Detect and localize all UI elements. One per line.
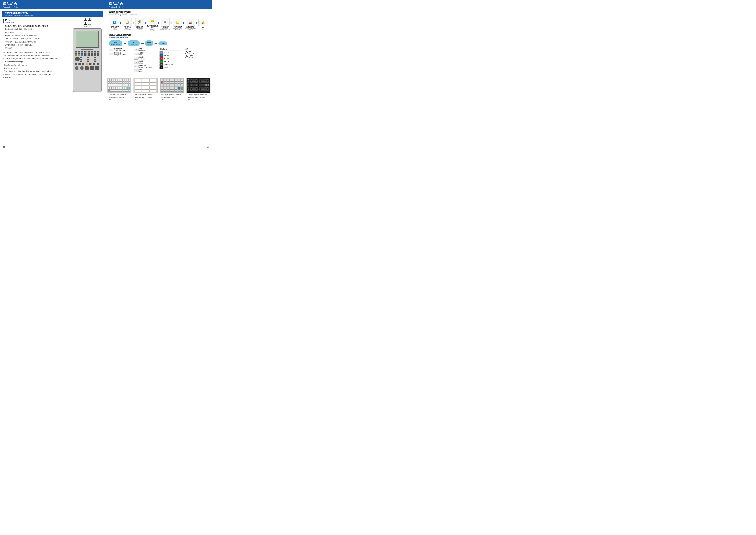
process-title-zh: 客製化開案流程說明	[109, 11, 209, 14]
section-bar-en: Customized CNC Machine Control Panel	[5, 14, 101, 16]
process-step: 🌿 提案及估價 Proposal andEstimate	[134, 18, 146, 30]
process-label-en: Proposal andEstimate	[137, 28, 143, 31]
color-badge: GN	[159, 60, 163, 63]
button-type-icon: 6	[109, 53, 113, 55]
button-type-item: 6 壓克力按鍵 Transparent Button	[109, 52, 133, 56]
feature-item-en: drilling machines, grinding machines, an…	[3, 54, 61, 57]
module-box-frame-zh: 框	[130, 41, 137, 44]
process-icon: 🌿	[135, 18, 145, 26]
process-step: 💰 報價 Quote	[197, 19, 209, 30]
feature-item-en: • Circuit integration optimization.	[3, 64, 61, 67]
process-icon: 💰	[198, 19, 207, 26]
color-label: 灰 Gray	[164, 52, 169, 53]
right-header: 產品組合 Product Portfolio	[106, 0, 212, 9]
module-columns: S 雷射雕刻按鍵 Lazard Engraving 6 壓克力按鍵 Transp…	[109, 48, 209, 73]
product-desc-line: ・雷射雕刻(Laser engraving)	[160, 96, 184, 99]
frame-type-label: 防觸框 Anti-touch	[139, 56, 146, 60]
feature-item-zh: ・符合人體工學設計，回饋感及按鍵行程可以客製	[3, 37, 61, 40]
frame-type-label: 標準 Standard	[139, 48, 145, 52]
cnc-screen	[76, 31, 99, 48]
bottom-product-desc: ・5代按鍵(5th generation buttons)・雷射雕刻(Laser…	[160, 94, 184, 101]
color-badge: DG	[159, 63, 163, 66]
frame-type-item: N 封蓋 Cover	[134, 69, 158, 72]
section-bar-zh: 客製化CNC機械操作面板	[5, 12, 101, 14]
feature-item-zh: ・適用數控、車床、銑床、磨床及加工機台專用CNC控制面板	[3, 25, 61, 28]
svg-rect-9	[88, 23, 89, 23]
feature-item-en: • Applicable on CNC machine tools like l…	[3, 51, 61, 54]
process-label-en: Design VerificationTest (DVT)	[173, 28, 182, 31]
feature-item-zh: ・防水防塵IP65以上（須配合客戶操作箱環境）	[3, 41, 61, 43]
process-label-en: EngineeringVerification Test (EVT)	[160, 28, 170, 31]
color-col-header: 顏色 Color	[159, 48, 183, 51]
feature-item-en: • CE/RoHS	[3, 76, 61, 79]
feature-item-zh: ・雷射雕刻/全彩印刷圖形，精細、耐刮	[3, 28, 61, 31]
feature-item-zh: ・日本製輕觸開關，壽命達十萬次以上。	[3, 43, 61, 46]
product-desc-line: ・雷射雕刻(Laser engraving)	[107, 96, 131, 99]
module-box-color-en: Color	[147, 44, 151, 45]
process-icon: 🏭	[186, 18, 195, 26]
color-item: RE 紅 Red	[159, 57, 183, 60]
frame-type-icon: S	[134, 61, 139, 64]
led-label: 不裝燈 No light	[189, 55, 193, 59]
svg-rect-13	[89, 24, 90, 24]
process-title-en: Customized Project Process Introduction	[109, 14, 209, 16]
product-desc-line: ・5代按鍵(5th generation buttons)	[160, 94, 184, 96]
process-label-zh: 客戶新品需求	[111, 26, 119, 28]
color-item: DG 深灰 Dark gray	[159, 63, 183, 66]
module-dash-2: —	[141, 42, 144, 45]
feature-item-en: • Original Japanese tact switches having…	[3, 73, 61, 76]
color-label: 藍 Blue	[164, 55, 169, 56]
feature-item-en: • Front replacement design.	[3, 60, 61, 63]
btn-module-section: 標準按鍵模組型號說明 Button Module Information 按鍵 …	[106, 33, 212, 74]
color-label: 黑 Black	[164, 67, 170, 69]
bottom-products: ・工業鍵盤(Industrial keyboard)・雷射雕刻(Laser en…	[106, 76, 212, 101]
frame-type-item: B 標準 Standard	[134, 48, 158, 52]
process-label-zh: 生產驗證測試	[186, 26, 195, 28]
qr-block: SCAN&GO	[71, 17, 103, 27]
frame-type-icon: AT	[134, 57, 139, 60]
right-header-title-zh: 產品組合	[109, 2, 209, 6]
svg-rect-10	[89, 23, 90, 23]
bottom-product: ・6代按鍵(6th generation buttons)・全彩印刷(Full-…	[185, 78, 212, 101]
bottom-product-image	[107, 78, 131, 93]
btn-module-title-zh: 標準按鍵模組型號說明	[109, 34, 209, 37]
led-item: L 背光 Backlight	[185, 51, 209, 54]
feature-item-en: • Laser engraving graphics, refine and c…	[3, 57, 61, 60]
color-badge: BL	[159, 54, 163, 57]
module-box-button-en: Button Module	[111, 44, 120, 45]
features-block: 特色 FEATURES ・適用數控、車床、銑床、磨床及加工機台專用CNC控制面板…	[0, 18, 64, 79]
module-box-button-zh: 按鍵	[111, 41, 120, 44]
bottom-product: ・5代按鍵(5th generation buttons)・雷射雕刻(Laser…	[159, 78, 185, 101]
process-label-zh: 工程驗證測試	[161, 26, 169, 28]
frame-type-item: S 防水罩 Shield	[134, 61, 158, 64]
product-desc-line: ・全彩印刷(Full-color printing)	[133, 96, 157, 99]
features-list-en: • Applicable on CNC machine tools like l…	[3, 51, 61, 79]
svg-rect-3	[89, 18, 90, 20]
product-desc-line: ・ABS	[160, 99, 184, 101]
color-item: BL 藍 Blue	[159, 54, 183, 57]
features-list: ・適用數控、車床、銑床、磨床及加工機台專用CNC控制面板・雷射雕刻/全彩印刷圖形…	[3, 25, 61, 50]
process-label-zh: 報價	[202, 27, 204, 29]
product-desc-line: ・PC	[186, 99, 210, 101]
color-label: 綠 Green	[164, 61, 170, 63]
color-label: 深灰 Dark gray	[164, 64, 174, 66]
process-icon: 🤝	[148, 17, 157, 25]
feature-item-zh: ・正面拆換設計	[3, 31, 61, 34]
color-badge: GR	[159, 51, 163, 54]
frame-type-icon: B	[134, 48, 139, 51]
svg-rect-5	[85, 22, 86, 24]
frame-type-label: 防水罩 Shield	[139, 61, 144, 64]
color-badge: BK	[159, 67, 163, 69]
module-col-frame: B 標準 Standard C 保護蓋 Cap AT 防觸框 Anti-touc…	[134, 48, 158, 73]
features-title-en: FEATURES	[5, 22, 61, 23]
module-dash-3: —	[154, 42, 157, 45]
module-box-button: 按鍵 Button Module	[109, 41, 122, 46]
product-desc-line: ・全彩印刷(Full-color printing)	[186, 96, 210, 99]
process-step: 📐 設計驗證測試 Design VerificationTest (DVT)	[172, 18, 183, 30]
page-right: 產品組合 Product Portfolio 客製化開案流程說明 Customi…	[106, 0, 212, 150]
product-image-area: SCAN&GO	[71, 17, 103, 92]
process-label-en: NewDemand	[113, 28, 117, 31]
process-icon: 📐	[173, 18, 182, 26]
module-box-led-zh: LED	[161, 42, 165, 44]
led-badge: L	[185, 51, 188, 54]
